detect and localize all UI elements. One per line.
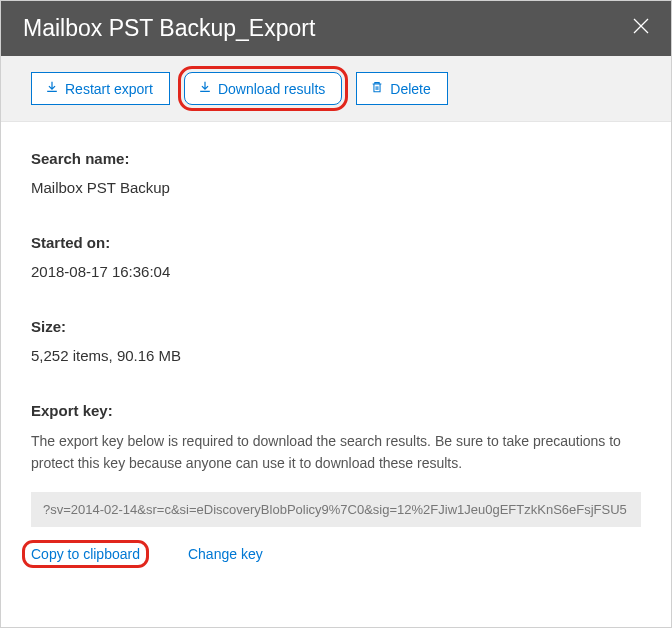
trash-icon xyxy=(370,80,384,97)
download-icon xyxy=(45,80,59,97)
export-key-description: The export key below is required to down… xyxy=(31,431,641,474)
close-icon[interactable] xyxy=(633,18,649,39)
started-on-section: Started on: 2018-08-17 16:36:04 xyxy=(31,234,641,280)
content-area: Search name: Mailbox PST Backup Started … xyxy=(1,122,671,581)
export-key-links: Copy to clipboard Change key xyxy=(31,543,641,565)
copy-to-clipboard-link[interactable]: Copy to clipboard xyxy=(25,543,146,565)
search-name-label: Search name: xyxy=(31,150,641,167)
export-key-label: Export key: xyxy=(31,402,641,419)
export-key-section: Export key: The export key below is requ… xyxy=(31,402,641,565)
export-key-value: ?sv=2014-02-14&sr=c&si=eDiscoveryBlobPol… xyxy=(31,492,641,527)
panel-title: Mailbox PST Backup_Export xyxy=(23,15,315,42)
download-icon xyxy=(198,80,212,97)
size-label: Size: xyxy=(31,318,641,335)
download-results-button[interactable]: Download results xyxy=(184,72,342,105)
started-on-value: 2018-08-17 16:36:04 xyxy=(31,263,641,280)
search-name-section: Search name: Mailbox PST Backup xyxy=(31,150,641,196)
started-on-label: Started on: xyxy=(31,234,641,251)
change-key-link[interactable]: Change key xyxy=(188,546,263,562)
toolbar: Restart export Download results Delete xyxy=(1,56,671,122)
panel-header: Mailbox PST Backup_Export xyxy=(1,1,671,56)
restart-export-button[interactable]: Restart export xyxy=(31,72,170,105)
search-name-value: Mailbox PST Backup xyxy=(31,179,641,196)
size-section: Size: 5,252 items, 90.16 MB xyxy=(31,318,641,364)
restart-export-label: Restart export xyxy=(65,81,153,97)
delete-label: Delete xyxy=(390,81,430,97)
delete-button[interactable]: Delete xyxy=(356,72,447,105)
download-results-label: Download results xyxy=(218,81,325,97)
size-value: 5,252 items, 90.16 MB xyxy=(31,347,641,364)
